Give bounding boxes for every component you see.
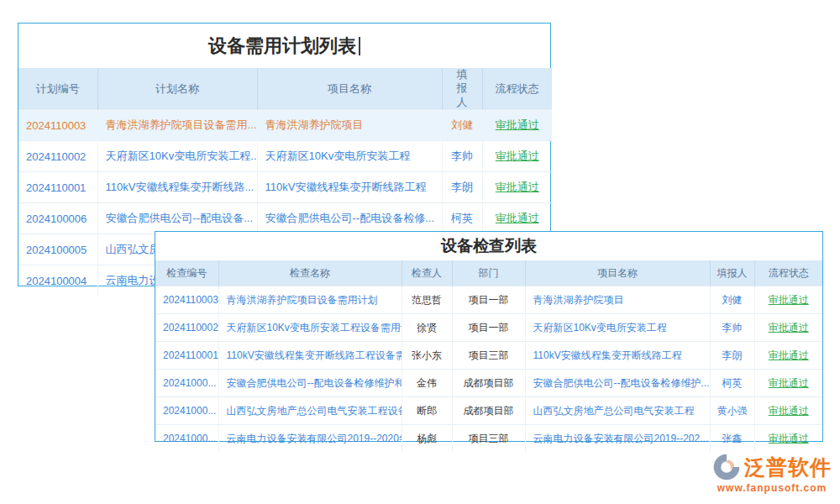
reporter-link[interactable]: 柯英 (710, 370, 754, 397)
reporter-link[interactable]: 黄小强 (710, 397, 754, 425)
reporter-link[interactable]: 柯英 (442, 203, 482, 234)
check-list-title-text: 设备检查列表 (441, 235, 537, 257)
check-name-link[interactable]: 云南电力设备安装有限公司2019--2020年... (218, 425, 402, 453)
status-link[interactable]: 审批通过 (482, 172, 552, 203)
reporter-link[interactable]: 李帅 (442, 141, 482, 172)
plan-col-header-id: 计划编号 (18, 68, 97, 110)
check-name-link[interactable]: 青海洪湖养护院项目设备需用计划 (218, 286, 402, 314)
check-col-header-project: 项目名称 (525, 260, 710, 286)
plan-list-title: 设备需用计划列表 (18, 24, 550, 68)
status-link[interactable]: 审批通过 (754, 286, 822, 314)
project-name-link[interactable]: 安徽合肥供电公司--配电设备检修... (257, 203, 442, 234)
plan-col-header-project: 项目名称 (257, 68, 442, 110)
project-name-link[interactable]: 云南电力设备安装有限公司2019--202... (525, 425, 710, 453)
reporter-link[interactable]: 张鑫 (710, 425, 754, 453)
project-name-link[interactable]: 天府新区10Kv变电所安装工程 (525, 314, 710, 342)
inspector-cell: 断郎 (402, 397, 452, 425)
inspector-cell: 金伟 (402, 370, 452, 397)
inspector-cell: 杨彪 (402, 425, 452, 453)
table-row[interactable]: 20241000... 安徽合肥供电公司--配电设备检修维护和... 金伟 成都… (155, 370, 822, 397)
check-name-link[interactable]: 110kV安徽线程集变开断线路工程设备需... (218, 342, 402, 370)
plan-id-link[interactable]: 2024100006 (18, 203, 97, 234)
reporter-link[interactable]: 李朗 (710, 342, 754, 370)
table-row[interactable]: 20241000... 山西弘文房地产总公司电气安装工程设备... 断郎 成都项… (155, 397, 822, 425)
table-row[interactable]: 2024110003 青海洪湖养护院项目设备需用计划 范思哲 项目一部 青海洪湖… (155, 286, 822, 314)
dept-cell: 成都项目部 (452, 397, 525, 425)
project-name-link[interactable]: 青海洪湖养护院项目 (257, 110, 442, 141)
fanpu-logo: 泛普软件 www.fanpusoft.com (709, 453, 835, 494)
table-row[interactable]: 2024110001 110kV安徽线程集变开断线路工程设备需... 张小东 项… (155, 342, 822, 370)
project-name-link[interactable]: 安徽合肥供电公司--配电设备检修维护... (525, 370, 710, 397)
check-col-header-name: 检查名称 (218, 260, 402, 286)
status-link[interactable]: 审批通过 (754, 314, 822, 342)
plan-table-header-row: 计划编号 计划名称 项目名称 填报人 流程状态 (18, 68, 552, 110)
check-col-header-reporter: 填报人 (710, 260, 754, 286)
check-id-link[interactable]: 20241000... (155, 370, 218, 397)
check-col-header-inspector: 检查人 (402, 260, 452, 286)
check-id-link[interactable]: 2024110002 (155, 314, 218, 342)
project-name-link[interactable]: 110kV安徽线程集变开断线路工程 (257, 172, 442, 203)
table-row[interactable]: 2024100006 安徽合肥供电公司--配电设备... 安徽合肥供电公司--配… (18, 203, 552, 234)
table-row[interactable]: 2024110001 110kV安徽线程集变开断线路... 110kV安徽线程集… (18, 172, 552, 203)
status-link[interactable]: 审批通过 (754, 370, 822, 397)
check-name-link[interactable]: 山西弘文房地产总公司电气安装工程设备... (218, 397, 402, 425)
check-col-header-dept: 部门 (452, 260, 525, 286)
status-link[interactable]: 审批通过 (482, 141, 552, 172)
text-cursor (359, 37, 360, 55)
status-link[interactable]: 审批通过 (754, 342, 822, 370)
inspector-cell: 张小东 (402, 342, 452, 370)
status-link[interactable]: 审批通过 (754, 425, 822, 453)
plan-name-link[interactable]: 天府新区10Kv变电所安装工程... (97, 141, 257, 172)
plan-name-link[interactable]: 青海洪湖养护院项目设备需用... (97, 110, 257, 141)
inspector-cell: 徐贤 (402, 314, 452, 342)
check-col-header-status: 流程状态 (754, 260, 822, 286)
check-id-link[interactable]: 2024110003 (155, 286, 218, 314)
check-col-header-id: 检查编号 (155, 260, 218, 286)
plan-col-header-reporter: 填报人 (442, 68, 482, 110)
plan-id-link[interactable]: 2024110001 (18, 172, 97, 203)
check-table-header-row: 检查编号 检查名称 检查人 部门 项目名称 填报人 流程状态 (155, 260, 822, 286)
dept-cell: 项目一部 (452, 286, 525, 314)
dept-cell: 项目三部 (452, 425, 525, 453)
plan-name-link[interactable]: 110kV安徽线程集变开断线路... (97, 172, 257, 203)
project-name-link[interactable]: 山西弘文房地产总公司电气安装工程 (525, 397, 710, 425)
status-link[interactable]: 审批通过 (482, 203, 552, 234)
brand-name: 泛普软件 (744, 454, 832, 481)
dept-cell: 项目三部 (452, 342, 525, 370)
check-table: 检查编号 检查名称 检查人 部门 项目名称 填报人 流程状态 202411000… (155, 260, 822, 452)
table-row[interactable]: 2024110002 天府新区10Kv变电所安装工程设备需用计划 徐贤 项目一部… (155, 314, 822, 342)
plan-id-link[interactable]: 2024100005 (18, 234, 97, 265)
table-row[interactable]: 2024110002 天府新区10Kv变电所安装工程... 天府新区10Kv变电… (18, 141, 552, 172)
plan-name-link[interactable]: 安徽合肥供电公司--配电设备... (97, 203, 257, 234)
table-row[interactable]: 20241000... 云南电力设备安装有限公司2019--2020年... 杨… (155, 425, 822, 453)
reporter-link[interactable]: 李帅 (710, 314, 754, 342)
reporter-link[interactable]: 刘健 (442, 110, 482, 141)
table-row[interactable]: 2024110003 青海洪湖养护院项目设备需用... 青海洪湖养护院项目 刘健… (18, 110, 552, 141)
plan-id-link[interactable]: 2024110003 (18, 110, 97, 141)
project-name-link[interactable]: 青海洪湖养护院项目 (525, 286, 710, 314)
dept-cell: 项目一部 (452, 314, 525, 342)
status-link[interactable]: 审批通过 (754, 397, 822, 425)
check-id-link[interactable]: 2024110001 (155, 342, 218, 370)
fanpu-swirl-icon (712, 453, 741, 481)
reporter-link[interactable]: 刘健 (710, 286, 754, 314)
dept-cell: 成都项目部 (452, 370, 525, 397)
plan-id-link[interactable]: 2024100004 (18, 265, 97, 297)
check-name-link[interactable]: 天府新区10Kv变电所安装工程设备需用计划 (218, 314, 402, 342)
check-id-link[interactable]: 20241000... (155, 397, 218, 425)
check-list-panel: 设备检查列表 检查编号 检查名称 检查人 部门 项目名称 填报人 流程状态 20… (155, 231, 823, 442)
check-id-link[interactable]: 20241000... (155, 425, 218, 453)
check-name-link[interactable]: 安徽合肥供电公司--配电设备检修维护和... (218, 370, 402, 397)
plan-list-title-text: 设备需用计划列表 (208, 34, 356, 59)
project-name-link[interactable]: 110kV安徽线程集变开断线路工程 (525, 342, 710, 370)
check-list-title: 设备检查列表 (155, 232, 822, 260)
plan-col-header-status: 流程状态 (482, 68, 552, 110)
brand-url[interactable]: www.fanpusoft.com (709, 482, 835, 494)
plan-col-header-name: 计划名称 (97, 68, 257, 110)
project-name-link[interactable]: 天府新区10Kv变电所安装工程 (257, 141, 442, 172)
status-link[interactable]: 审批通过 (482, 110, 552, 141)
plan-id-link[interactable]: 2024110002 (18, 141, 97, 172)
inspector-cell: 范思哲 (402, 286, 452, 314)
reporter-link[interactable]: 李朗 (442, 172, 482, 203)
